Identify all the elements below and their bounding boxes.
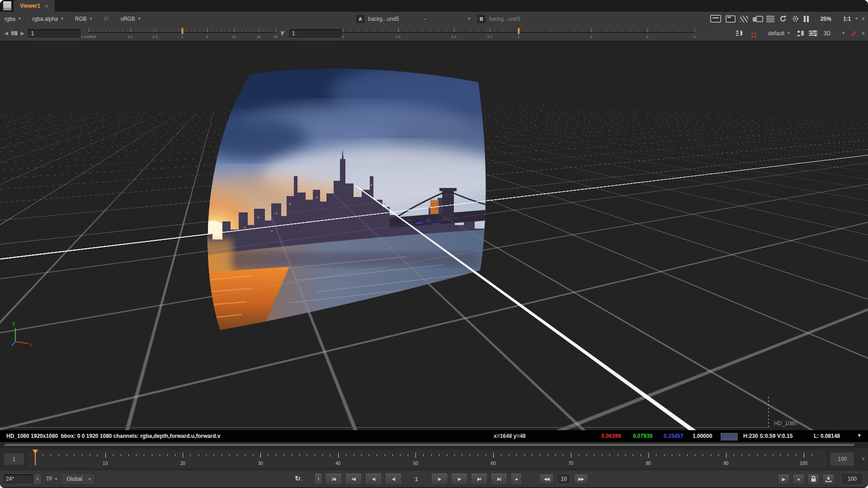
current-frame-display: 1 (405, 476, 428, 483)
tab-close-icon[interactable]: × (45, 3, 48, 9)
record-button[interactable]: ● (793, 474, 805, 485)
play-forward-button[interactable]: ▶ (451, 473, 468, 485)
slider-tick-label: 0.015625 (81, 35, 96, 39)
ruler-tick (253, 454, 253, 456)
timeline-range-dropdown[interactable]: TF ▾ (45, 470, 58, 488)
loop-mode-button[interactable]: ● (510, 473, 522, 485)
chevron-down-icon[interactable]: ▾ (855, 17, 858, 21)
chevron-down-icon: ▾ (90, 17, 92, 21)
step-forward-button[interactable]: ▶ (431, 473, 448, 485)
tab-viewer1[interactable]: Viewer1 × (14, 0, 55, 12)
camera-select-dropdown[interactable]: default ▾ (766, 26, 792, 41)
gamma-slider[interactable]: 00.10.40.71234 (343, 26, 694, 41)
display-channels-dropdown[interactable]: RGB ▾ (71, 12, 97, 26)
axis-gizmo: Y x (10, 320, 35, 348)
fstop-label[interactable]: f/8 (11, 30, 18, 37)
ruler-tick (532, 454, 533, 456)
layer-dropdown[interactable]: rgba ▾ (0, 12, 25, 26)
cliptest-icon[interactable] (753, 16, 762, 22)
fps-dropdown[interactable]: ▾ (33, 473, 42, 485)
ruler-tick (773, 454, 773, 456)
refresh-icon[interactable] (779, 15, 787, 23)
ruler-tick (121, 454, 121, 456)
ab-blend-dropdown[interactable]: - ▾ (420, 14, 474, 23)
input-process-toggle[interactable]: IP (99, 12, 113, 26)
ruler-tick (625, 454, 626, 456)
ruler-tick (160, 454, 160, 456)
slider-major-tick (343, 28, 343, 32)
ruler-tick (804, 453, 804, 458)
frame-increment-field[interactable]: 10 (557, 474, 571, 484)
playback-end-field[interactable]: 100 (841, 473, 863, 485)
lock-range-button[interactable] (807, 474, 820, 485)
step-back-button[interactable]: ◀ (385, 473, 402, 485)
render-flipbook-button[interactable] (822, 474, 835, 485)
viewer-process-dropdown[interactable]: sRGB ▾ (116, 12, 145, 26)
pane-menu-icon[interactable] (3, 1, 11, 10)
zoom-level-dropdown[interactable]: 25% (821, 16, 831, 22)
scanline-render-icon[interactable] (766, 16, 774, 22)
play-backward-button[interactable]: ◀ (365, 473, 382, 485)
range-end-field[interactable]: 100 (830, 452, 854, 466)
slider-handle[interactable] (518, 28, 519, 34)
gamma-label: Y (280, 26, 284, 41)
ruler-tick (540, 454, 540, 456)
x-axis-label: x (29, 342, 32, 347)
slider-major-tick (207, 28, 208, 32)
next-keyframe-button[interactable]: ▶I (471, 473, 488, 485)
fps-field[interactable]: 24* (3, 474, 33, 484)
gain-input[interactable]: 1 (27, 28, 81, 38)
a-input-dropdown[interactable]: backg...und5 (368, 16, 417, 22)
ruler-frame-label: 70 (568, 461, 573, 466)
timeline-collapse-icon[interactable]: » (861, 457, 867, 460)
chevron-down-icon: ▾ (842, 31, 844, 35)
pause-icon[interactable] (804, 16, 809, 22)
horizontal-scrollbar[interactable] (5, 444, 854, 446)
slider-major-tick (591, 28, 592, 32)
ruler-tick (594, 454, 594, 456)
alpha-layer-dropdown[interactable]: rgba.alpha ▾ (28, 12, 68, 26)
slider-handle[interactable] (182, 28, 183, 34)
interlock-icon[interactable] (796, 30, 804, 37)
timeline-bar[interactable]: 1 1102030405060708090100 100 » (0, 448, 868, 470)
skip-forward-button[interactable]: ▶▶ (574, 474, 588, 484)
flipbook-play-button[interactable]: ▶ (778, 474, 790, 485)
slider-tick-label: 3 (206, 35, 208, 39)
b-input-dropdown[interactable]: backg...und3 (489, 16, 538, 22)
viewer-canvas-3d[interactable]: Y x HD_1080 (0, 41, 868, 430)
playhead[interactable] (35, 450, 36, 464)
roi-pencil-icon[interactable] (851, 30, 857, 36)
3d-light-icon[interactable] (736, 30, 745, 37)
goto-end-button[interactable]: ▶| (491, 473, 508, 485)
chevron-down-icon[interactable]: ▾ (858, 433, 861, 438)
next-view-arrow[interactable]: ▶ (21, 31, 24, 36)
goto-start-button[interactable]: |◀ (325, 473, 342, 485)
toolbar-collapse-icon[interactable]: » (860, 17, 867, 20)
toolbar-collapse-icon[interactable]: » (860, 32, 867, 35)
current-frame-field[interactable]: 1 (4, 453, 24, 465)
frame-ruler[interactable]: 1102030405060708090100 (27, 450, 827, 469)
ruler-tick (454, 454, 455, 456)
skip-back-button[interactable]: ◀◀ (539, 474, 554, 484)
monitor-output-icon[interactable] (710, 15, 721, 23)
frame-range-mode-dropdown[interactable]: Global ▾ (61, 473, 95, 485)
grid-overlay-icon[interactable] (750, 31, 755, 36)
divider (26, 15, 27, 23)
safe-zone-icon[interactable] (726, 15, 736, 23)
slider-tick-label: 1 (181, 35, 183, 39)
gamma-input[interactable]: 1 (288, 28, 343, 38)
update-gear-icon[interactable] (792, 15, 799, 23)
proxy-toggle-icon[interactable] (740, 16, 748, 22)
slider-minor-tick (679, 29, 679, 32)
prev-keyframe-button[interactable]: I◀ (345, 473, 362, 485)
slider-minor-tick (607, 29, 607, 32)
view-select-dropdown[interactable]: 3D ▾ (822, 26, 846, 41)
gain-slider[interactable]: 0.0156250.10.313103064 (89, 26, 276, 41)
ruler-tick (726, 453, 726, 458)
ruler-tick (167, 454, 168, 456)
set-in-button[interactable]: I (314, 473, 322, 485)
prev-view-arrow[interactable]: ◀ (5, 31, 8, 36)
playback-loop-icon[interactable]: ↻. (295, 474, 302, 483)
wireframe-menu-icon[interactable] (809, 30, 817, 37)
slider-tick-label: 0 (342, 35, 344, 39)
